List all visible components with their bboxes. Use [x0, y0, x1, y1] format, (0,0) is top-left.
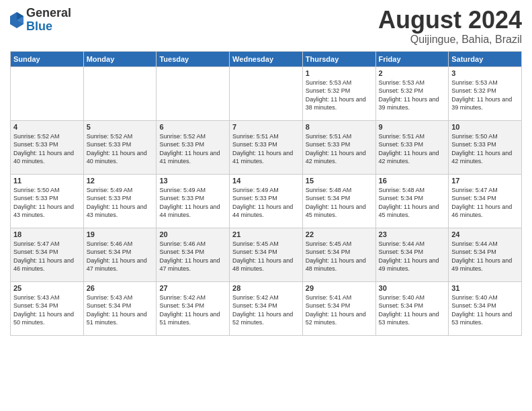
day-info: Sunrise: 5:50 AM Sunset: 5:33 PM Dayligh… — [13, 186, 81, 220]
week-row-1: 1Sunrise: 5:53 AM Sunset: 5:32 PM Daylig… — [11, 66, 522, 120]
day-number: 26 — [87, 284, 154, 292]
day-cell: 7Sunrise: 5:51 AM Sunset: 5:33 PM Daylig… — [230, 120, 303, 174]
week-row-2: 4Sunrise: 5:52 AM Sunset: 5:33 PM Daylig… — [11, 120, 522, 174]
day-cell: 27Sunrise: 5:42 AM Sunset: 5:34 PM Dayli… — [157, 281, 230, 335]
month-title: August 2024 — [378, 7, 522, 34]
day-info: Sunrise: 5:53 AM Sunset: 5:32 PM Dayligh… — [451, 79, 519, 112]
day-number: 7 — [232, 123, 300, 131]
day-info: Sunrise: 5:47 AM Sunset: 5:34 PM Dayligh… — [451, 186, 519, 220]
day-info: Sunrise: 5:49 AM Sunset: 5:33 PM Dayligh… — [232, 186, 300, 220]
logo-text: General Blue — [26, 7, 71, 34]
logo-blue: Blue — [26, 20, 71, 34]
weekday-tuesday: Tuesday — [157, 51, 230, 66]
day-info: Sunrise: 5:43 AM Sunset: 5:34 PM Dayligh… — [13, 293, 81, 327]
day-cell: 9Sunrise: 5:51 AM Sunset: 5:33 PM Daylig… — [375, 120, 449, 174]
day-number: 20 — [159, 230, 226, 238]
day-info: Sunrise: 5:52 AM Sunset: 5:33 PM Dayligh… — [159, 132, 226, 166]
day-number: 22 — [306, 230, 373, 238]
day-info: Sunrise: 5:40 AM Sunset: 5:34 PM Dayligh… — [379, 293, 446, 327]
day-number: 17 — [451, 177, 519, 185]
day-cell: 11Sunrise: 5:50 AM Sunset: 5:33 PM Dayli… — [11, 174, 84, 228]
day-number: 6 — [159, 123, 226, 131]
day-number: 28 — [232, 284, 300, 292]
day-info: Sunrise: 5:40 AM Sunset: 5:34 PM Dayligh… — [451, 293, 519, 327]
day-info: Sunrise: 5:48 AM Sunset: 5:34 PM Dayligh… — [306, 186, 373, 220]
day-cell — [83, 66, 157, 120]
weekday-friday: Friday — [375, 51, 449, 66]
day-info: Sunrise: 5:47 AM Sunset: 5:34 PM Dayligh… — [13, 240, 81, 273]
day-info: Sunrise: 5:42 AM Sunset: 5:34 PM Dayligh… — [159, 293, 226, 327]
day-number: 5 — [87, 123, 154, 131]
day-info: Sunrise: 5:49 AM Sunset: 5:33 PM Dayligh… — [87, 186, 154, 220]
day-cell: 29Sunrise: 5:41 AM Sunset: 5:34 PM Dayli… — [302, 281, 375, 335]
day-info: Sunrise: 5:45 AM Sunset: 5:34 PM Dayligh… — [306, 240, 373, 273]
day-info: Sunrise: 5:44 AM Sunset: 5:34 PM Dayligh… — [379, 240, 446, 273]
day-number: 29 — [306, 284, 373, 292]
day-info: Sunrise: 5:53 AM Sunset: 5:32 PM Dayligh… — [306, 79, 373, 112]
day-info: Sunrise: 5:46 AM Sunset: 5:34 PM Dayligh… — [159, 240, 226, 273]
day-number: 12 — [87, 177, 154, 185]
day-cell: 6Sunrise: 5:52 AM Sunset: 5:33 PM Daylig… — [157, 120, 230, 174]
logo-general: General — [26, 7, 71, 20]
day-number: 16 — [379, 177, 446, 185]
day-cell: 1Sunrise: 5:53 AM Sunset: 5:32 PM Daylig… — [302, 66, 375, 120]
day-info: Sunrise: 5:53 AM Sunset: 5:32 PM Dayligh… — [379, 79, 446, 112]
day-info: Sunrise: 5:50 AM Sunset: 5:33 PM Dayligh… — [451, 132, 519, 166]
week-row-5: 25Sunrise: 5:43 AM Sunset: 5:34 PM Dayli… — [11, 281, 522, 335]
day-number: 23 — [379, 230, 446, 238]
day-info: Sunrise: 5:44 AM Sunset: 5:34 PM Dayligh… — [451, 240, 519, 273]
weekday-monday: Monday — [83, 51, 157, 66]
weekday-thursday: Thursday — [302, 51, 375, 66]
day-info: Sunrise: 5:51 AM Sunset: 5:33 PM Dayligh… — [379, 132, 446, 166]
day-cell: 13Sunrise: 5:49 AM Sunset: 5:33 PM Dayli… — [157, 174, 230, 228]
day-number: 30 — [379, 284, 446, 292]
day-cell — [11, 66, 84, 120]
day-info: Sunrise: 5:52 AM Sunset: 5:33 PM Dayligh… — [13, 132, 81, 166]
day-info: Sunrise: 5:49 AM Sunset: 5:33 PM Dayligh… — [159, 186, 226, 220]
day-number: 27 — [159, 284, 226, 292]
day-info: Sunrise: 5:52 AM Sunset: 5:33 PM Dayligh… — [87, 132, 154, 166]
day-cell: 24Sunrise: 5:44 AM Sunset: 5:34 PM Dayli… — [449, 228, 522, 281]
day-number: 21 — [232, 230, 300, 238]
logo-icon — [10, 12, 24, 28]
day-number: 19 — [87, 230, 154, 238]
day-info: Sunrise: 5:42 AM Sunset: 5:34 PM Dayligh… — [232, 293, 300, 327]
day-number: 4 — [13, 123, 81, 131]
day-number: 25 — [13, 284, 81, 292]
day-cell: 19Sunrise: 5:46 AM Sunset: 5:34 PM Dayli… — [83, 228, 157, 281]
day-number: 10 — [451, 123, 519, 131]
day-number: 11 — [13, 177, 81, 185]
day-cell: 26Sunrise: 5:43 AM Sunset: 5:34 PM Dayli… — [83, 281, 157, 335]
weekday-wednesday: Wednesday — [230, 51, 303, 66]
day-cell: 16Sunrise: 5:48 AM Sunset: 5:34 PM Dayli… — [375, 174, 449, 228]
day-cell: 15Sunrise: 5:48 AM Sunset: 5:34 PM Dayli… — [302, 174, 375, 228]
day-number: 9 — [379, 123, 446, 131]
day-number: 1 — [306, 69, 373, 77]
day-info: Sunrise: 5:46 AM Sunset: 5:34 PM Dayligh… — [87, 240, 154, 273]
day-number: 31 — [451, 284, 519, 292]
day-info: Sunrise: 5:43 AM Sunset: 5:34 PM Dayligh… — [87, 293, 154, 327]
day-number: 24 — [451, 230, 519, 238]
day-cell: 23Sunrise: 5:44 AM Sunset: 5:34 PM Dayli… — [375, 228, 449, 281]
page-container: General Blue August 2024 Quijingue, Bahi… — [0, 0, 532, 342]
day-info: Sunrise: 5:48 AM Sunset: 5:34 PM Dayligh… — [379, 186, 446, 220]
day-number: 2 — [379, 69, 446, 77]
weekday-header-row: SundayMondayTuesdayWednesdayThursdayFrid… — [11, 51, 522, 66]
day-cell: 8Sunrise: 5:51 AM Sunset: 5:33 PM Daylig… — [302, 120, 375, 174]
day-number: 8 — [306, 123, 373, 131]
week-row-3: 11Sunrise: 5:50 AM Sunset: 5:33 PM Dayli… — [11, 174, 522, 228]
day-cell: 22Sunrise: 5:45 AM Sunset: 5:34 PM Dayli… — [302, 228, 375, 281]
day-cell: 12Sunrise: 5:49 AM Sunset: 5:33 PM Dayli… — [83, 174, 157, 228]
day-cell: 31Sunrise: 5:40 AM Sunset: 5:34 PM Dayli… — [449, 281, 522, 335]
day-number: 3 — [451, 69, 519, 77]
calendar-table: SundayMondayTuesdayWednesdayThursdayFrid… — [10, 51, 522, 336]
day-info: Sunrise: 5:51 AM Sunset: 5:33 PM Dayligh… — [232, 132, 300, 166]
day-number: 14 — [232, 177, 300, 185]
day-info: Sunrise: 5:45 AM Sunset: 5:34 PM Dayligh… — [232, 240, 300, 273]
logo: General Blue — [10, 7, 71, 34]
day-cell: 5Sunrise: 5:52 AM Sunset: 5:33 PM Daylig… — [83, 120, 157, 174]
week-row-4: 18Sunrise: 5:47 AM Sunset: 5:34 PM Dayli… — [11, 228, 522, 281]
title-block: August 2024 Quijingue, Bahia, Brazil — [378, 7, 522, 46]
day-cell: 17Sunrise: 5:47 AM Sunset: 5:34 PM Dayli… — [449, 174, 522, 228]
day-cell: 25Sunrise: 5:43 AM Sunset: 5:34 PM Dayli… — [11, 281, 84, 335]
